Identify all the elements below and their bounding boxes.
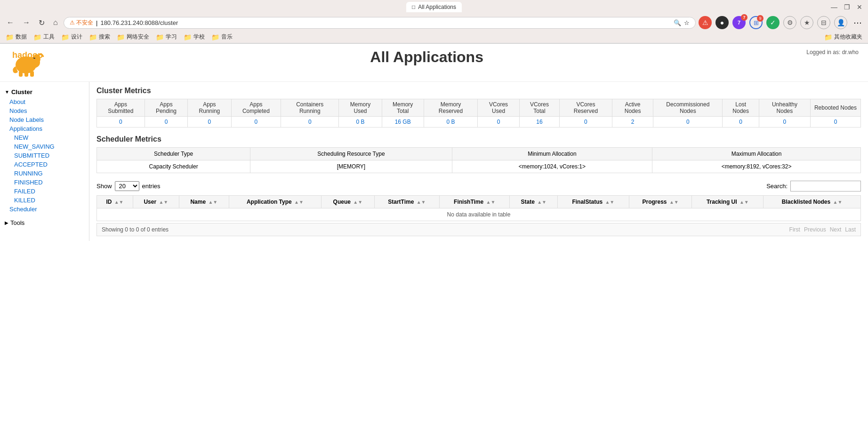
sidebar-item-node-labels[interactable]: Node Labels <box>0 115 89 124</box>
home-button[interactable]: ⌂ <box>50 17 61 28</box>
ext-user-icon[interactable]: 👤 <box>834 16 847 29</box>
sort-arrows-tracking: ▲▼ <box>739 200 749 205</box>
sidebar-item-nodes[interactable]: Nodes <box>0 106 89 115</box>
ext-settings-icon[interactable]: ⚙ <box>783 16 796 29</box>
bookmark-security[interactable]: 📁 网络安全 <box>115 32 151 42</box>
val-decommissioned-nodes[interactable]: 0 <box>653 117 723 128</box>
tab-page-icon: □ <box>412 4 415 10</box>
th-tracking-ui[interactable]: Tracking UI ▲▼ <box>692 196 764 208</box>
more-button[interactable]: ⋯ <box>851 16 864 29</box>
val-vcores-total[interactable]: 16 <box>519 117 559 128</box>
svg-rect-3 <box>19 71 23 77</box>
ext-collection-icon[interactable]: ⊟ <box>817 16 830 29</box>
ext-dark-icon[interactable]: ● <box>715 16 729 29</box>
sidebar-item-app-failed[interactable]: FAILED <box>0 187 89 196</box>
bookmark-star-icon[interactable]: ☆ <box>684 19 690 26</box>
sidebar-item-app-finished[interactable]: FINISHED <box>0 178 89 187</box>
val-apps-completed[interactable]: 0 <box>231 117 281 128</box>
val-lost-nodes[interactable]: 0 <box>723 117 759 128</box>
first-button[interactable]: First <box>789 226 800 233</box>
bookmark-search[interactable]: 📁 搜索 <box>87 32 112 42</box>
bookmark-label: 数据 <box>16 33 27 41</box>
folder-icon: 📁 <box>89 33 97 41</box>
bookmark-learn[interactable]: 📁 学习 <box>154 32 179 42</box>
restore-button[interactable]: ❐ <box>844 3 850 11</box>
folder-icon: 📁 <box>824 33 832 41</box>
previous-button[interactable]: Previous <box>804 226 826 233</box>
sidebar-item-app-running[interactable]: RUNNING <box>0 169 89 178</box>
back-button[interactable]: ← <box>4 17 17 28</box>
val-memory-total[interactable]: 16 GB <box>382 117 424 128</box>
no-data-message: No data available in table <box>97 208 861 221</box>
val-memory-reserved[interactable]: 0 B <box>424 117 478 128</box>
col-vcores-used: VCores Used <box>478 99 519 117</box>
scheduler-metrics-title: Scheduler Metrics <box>96 135 861 144</box>
close-button[interactable]: ✕ <box>857 3 862 11</box>
val-vcores-used[interactable]: 0 <box>478 117 519 128</box>
bookmark-data[interactable]: 📁 数据 <box>4 32 29 42</box>
th-blacklisted-nodes[interactable]: Blacklisted Nodes ▲▼ <box>764 196 861 208</box>
bookmark-label: 学习 <box>166 33 177 41</box>
sidebar-item-applications[interactable]: Applications <box>0 124 89 133</box>
th-state[interactable]: State ▲▼ <box>510 196 558 208</box>
window-controls: — ❐ ✕ <box>831 3 862 11</box>
search-input[interactable] <box>790 181 861 192</box>
bookmark-design[interactable]: 📁 设计 <box>59 32 84 42</box>
val-rebooted-nodes[interactable]: 0 <box>810 117 860 128</box>
th-start-time[interactable]: StartTime ▲▼ <box>374 196 439 208</box>
th-user[interactable]: User ▲▼ <box>133 196 179 208</box>
val-containers-running[interactable]: 0 <box>281 117 339 128</box>
next-button[interactable]: Next <box>830 226 842 233</box>
bookmark-school[interactable]: 📁 学校 <box>182 32 207 42</box>
col-memory-used: Memory Used <box>339 99 382 117</box>
ext-blue-icon[interactable]: ⊞ 9 <box>749 16 763 29</box>
sidebar-item-app-submitted[interactable]: SUBMITTED <box>0 151 89 160</box>
bookmark-other[interactable]: 📁 其他收藏夹 <box>822 32 864 42</box>
search-area: Search: <box>766 181 861 192</box>
svg-rect-4 <box>24 72 28 77</box>
sidebar-item-app-killed[interactable]: KILLED <box>0 196 89 205</box>
sched-val-resource-type: [MEMORY] <box>250 160 452 173</box>
metrics-row: 0 0 0 0 0 0 B 16 GB 0 B 0 16 0 2 0 0 <box>97 117 861 128</box>
refresh-button[interactable]: ↻ <box>36 17 48 28</box>
ext-star-icon[interactable]: ★ <box>800 16 813 29</box>
val-vcores-reserved[interactable]: 0 <box>560 117 612 128</box>
sidebar-cluster-title[interactable]: ▼ Cluster <box>0 87 89 97</box>
sidebar-item-app-new[interactable]: NEW <box>0 133 89 142</box>
val-apps-running[interactable]: 0 <box>188 117 231 128</box>
browser-tab[interactable]: □ All Applications <box>406 2 462 12</box>
ext-red-icon[interactable]: ⚠ <box>699 16 712 29</box>
val-unhealthy-nodes[interactable]: 0 <box>759 117 810 128</box>
th-progress[interactable]: Progress ▲▼ <box>629 196 692 208</box>
th-id[interactable]: ID ▲▼ <box>97 196 133 208</box>
th-queue[interactable]: Queue ▲▼ <box>321 196 374 208</box>
ext-purple-icon[interactable]: 7 7 <box>732 16 746 29</box>
security-warning: ⚠ 不安全 <box>70 19 93 27</box>
bookmark-music[interactable]: 📁 音乐 <box>209 32 234 42</box>
th-name[interactable]: Name ▲▼ <box>179 196 229 208</box>
ext-green-icon[interactable]: ✓ <box>766 16 780 29</box>
val-apps-pending[interactable]: 0 <box>145 117 188 128</box>
forward-button[interactable]: → <box>20 17 33 28</box>
val-memory-used[interactable]: 0 B <box>339 117 382 128</box>
th-app-type[interactable]: Application Type ▲▼ <box>229 196 321 208</box>
sidebar-item-app-new-saving[interactable]: NEW_SAVING <box>0 142 89 151</box>
sidebar-item-about[interactable]: About <box>0 97 89 106</box>
logged-in-text: Logged in as: dr.who <box>806 49 859 56</box>
bookmark-tools[interactable]: 📁 工具 <box>32 32 56 42</box>
th-final-status[interactable]: FinalStatus ▲▼ <box>558 196 629 208</box>
last-button[interactable]: Last <box>845 226 856 233</box>
sort-arrows-app-type: ▲▼ <box>294 200 304 205</box>
bookmark-label: 网络安全 <box>127 33 149 41</box>
minimize-button[interactable]: — <box>831 3 837 11</box>
address-bar[interactable]: ⚠ 不安全 | 180.76.231.240:8088/cluster 🔍 ☆ <box>64 17 696 29</box>
sidebar-item-app-accepted[interactable]: ACCEPTED <box>0 160 89 169</box>
sidebar-item-scheduler[interactable]: Scheduler <box>0 205 89 214</box>
sidebar-tools-title[interactable]: ▶ Tools <box>0 217 89 228</box>
entries-select[interactable]: 20 50 100 <box>115 181 139 191</box>
val-active-nodes[interactable]: 2 <box>612 117 653 128</box>
bookmark-label: 设计 <box>71 33 82 41</box>
val-apps-submitted[interactable]: 0 <box>97 117 145 128</box>
col-memory-total: Memory Total <box>382 99 424 117</box>
th-finish-time[interactable]: FinishTime ▲▼ <box>439 196 510 208</box>
